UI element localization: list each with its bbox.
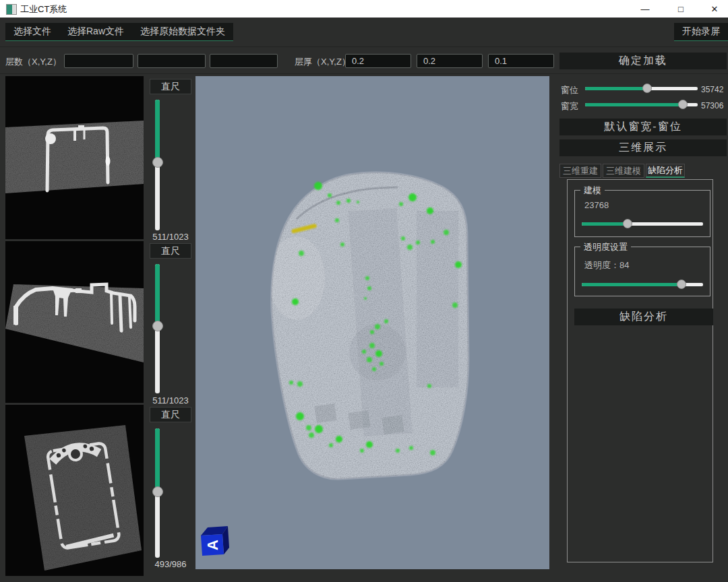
divider [0, 46, 728, 47]
window-level-label: 窗位 [561, 84, 578, 96]
slider-handle[interactable] [678, 100, 688, 109]
layers-x-input[interactable] [64, 54, 133, 68]
opacity-slider[interactable] [582, 280, 703, 289]
modeling-value: 23768 [584, 200, 609, 210]
opacity-group-title: 透明度设置 [580, 241, 631, 253]
select-file-button[interactable]: 选择文件 [5, 23, 59, 40]
orientation-cube[interactable]: A [201, 526, 229, 556]
app-icon [6, 4, 17, 15]
default-wwwl-button[interactable]: 默认窗宽-窗位 [559, 119, 727, 135]
slice-slider-2[interactable] [152, 264, 163, 393]
select-raw-file-button[interactable]: 选择Raw文件 [59, 23, 132, 40]
start-record-button[interactable]: 开始录屏 [674, 23, 728, 40]
modeling-group-title: 建模 [580, 185, 605, 197]
window-width-slider[interactable] [585, 100, 698, 109]
thickness-y-input[interactable]: 0.2 [417, 54, 483, 68]
window-width-value: 57306 [701, 101, 728, 110]
close-button[interactable]: ✕ [700, 0, 728, 18]
window-level-value: 35742 [701, 85, 728, 94]
divider [0, 73, 728, 74]
slider-handle[interactable] [152, 157, 163, 168]
modeling-slider[interactable] [582, 219, 703, 228]
title-bar: 工业CT系统 — □ ✕ [0, 0, 728, 18]
slider-handle[interactable] [642, 84, 652, 93]
slice-view-xy[interactable] [5, 76, 144, 239]
slice-position-3: 493/986 [142, 559, 200, 569]
ruler-button-2[interactable]: 直尺 [150, 243, 191, 259]
slider-handle[interactable] [677, 280, 686, 289]
tab-3d-modeling[interactable]: 三维建模 [603, 164, 644, 178]
minimize-button[interactable]: — [630, 0, 660, 18]
layers-y-input[interactable] [138, 54, 206, 68]
layers-z-input[interactable] [210, 54, 278, 68]
tab-defect-analysis[interactable]: 缺陷分析 [646, 164, 685, 178]
slice-position-1: 511/1023 [142, 232, 200, 242]
thickness-z-input[interactable]: 0.1 [488, 54, 554, 68]
record-toolbar: 开始录屏 [674, 23, 728, 41]
opacity-group: 透明度设置 透明度：84 [574, 247, 710, 296]
slice-slider-3[interactable] [152, 428, 163, 558]
slider-handle[interactable] [152, 321, 163, 331]
thickness-x-input[interactable]: 0.2 [345, 54, 411, 68]
show-3d-button[interactable]: 三维展示 [559, 139, 727, 156]
slice-view-yz[interactable] [5, 405, 144, 576]
tab-3d-reconstruction[interactable]: 三维重建 [559, 164, 601, 178]
slice-slider-1[interactable] [152, 100, 163, 230]
layers-label: 层数（X,Y,Z） [5, 56, 61, 68]
file-toolbar: 选择文件 选择Raw文件 选择原始数据文件夹 [5, 23, 233, 41]
defect-analysis-button[interactable]: 缺陷分析 [574, 309, 713, 325]
window-level-slider[interactable] [585, 84, 698, 93]
window-width-label: 窗宽 [561, 100, 578, 112]
confirm-load-button[interactable]: 确定加载 [559, 53, 727, 69]
modeling-group: 建模 23768 [574, 190, 710, 237]
thickness-label: 层厚（X,Y,Z） [295, 56, 351, 68]
maximize-button[interactable]: □ [666, 0, 696, 18]
window-title: 工业CT系统 [20, 3, 67, 15]
slice-view-xz[interactable] [5, 241, 144, 403]
cube-letter: A [204, 540, 221, 550]
ruler-button-3[interactable]: 直尺 [150, 407, 191, 422]
slider-handle[interactable] [623, 219, 632, 228]
ruler-button-1[interactable]: 直尺 [150, 79, 191, 94]
opacity-value-label: 透明度：84 [584, 259, 629, 271]
slice-position-2: 511/1023 [142, 395, 200, 406]
slider-handle[interactable] [152, 486, 163, 497]
select-raw-folder-button[interactable]: 选择原始数据文件夹 [132, 23, 233, 40]
viewer-3d[interactable]: A [195, 76, 549, 569]
